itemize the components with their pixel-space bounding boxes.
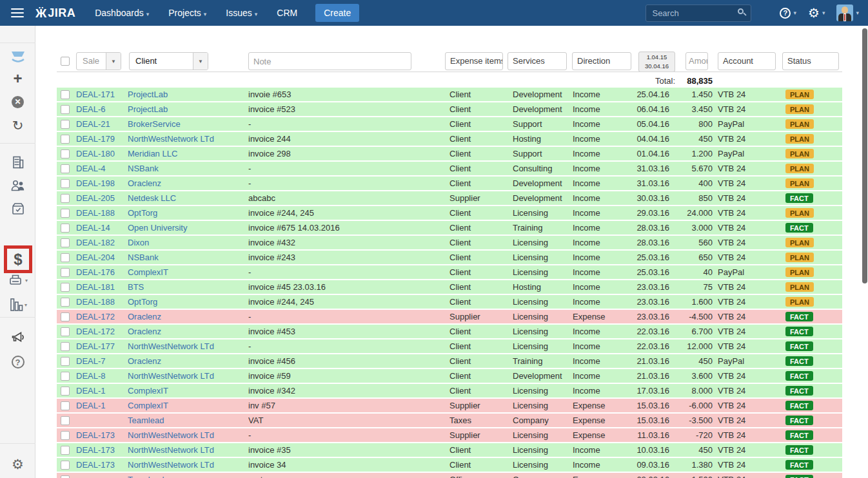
announcement-megaphone-icon[interactable] xyxy=(0,330,35,345)
deal-link[interactable]: DEAL-173 xyxy=(76,445,115,455)
company-link[interactable]: NorthWestNetwork LTd xyxy=(128,460,214,470)
status-badge[interactable]: PLAN xyxy=(785,282,814,292)
deal-link[interactable]: DEAL-14 xyxy=(76,223,110,233)
status-badge[interactable]: FACT xyxy=(785,475,813,478)
products-icon[interactable] xyxy=(0,201,35,216)
status-badge[interactable]: FACT xyxy=(785,312,813,321)
row-checkbox[interactable] xyxy=(61,120,70,129)
deal-link[interactable]: DEAL-205 xyxy=(76,193,115,203)
status-badge[interactable]: PLAN xyxy=(785,267,814,277)
settings-menu[interactable]: ⚙▾ xyxy=(808,6,825,19)
company-link[interactable]: Netdesk LLC xyxy=(128,193,176,203)
expense-items-filter[interactable]: Expense items xyxy=(445,52,503,70)
row-checkbox[interactable] xyxy=(61,387,70,396)
row-checkbox[interactable] xyxy=(61,431,70,440)
row-checkbox[interactable] xyxy=(61,238,70,247)
status-badge[interactable]: FACT xyxy=(785,327,813,336)
transactions-dollar-icon-highlighted[interactable]: $ xyxy=(4,245,32,273)
note-filter-input[interactable] xyxy=(248,52,411,70)
status-badge[interactable]: PLAN xyxy=(785,149,814,158)
deal-link[interactable]: DEAL-173 xyxy=(76,460,115,470)
services-filter[interactable]: Services xyxy=(508,52,567,70)
company-link[interactable]: Oraclenz xyxy=(128,312,161,321)
nav-projects[interactable]: Projects▾ xyxy=(168,8,206,18)
user-menu[interactable]: ▾ xyxy=(836,5,859,21)
deal-link[interactable]: DEAL-188 xyxy=(76,297,115,307)
status-badge[interactable]: FACT xyxy=(785,401,813,410)
deal-link[interactable]: DEAL-21 xyxy=(76,119,110,129)
status-badge[interactable]: PLAN xyxy=(785,90,814,99)
company-link[interactable]: NSBank xyxy=(128,164,159,173)
select-all-checkbox[interactable] xyxy=(61,57,70,66)
company-link[interactable]: Teamlead xyxy=(128,416,164,425)
status-badge[interactable]: FACT xyxy=(785,356,813,366)
reports-chart-icon[interactable]: ▾ xyxy=(0,296,35,313)
deal-link[interactable]: DEAL-181 xyxy=(76,282,115,292)
company-link[interactable]: ComplexIT xyxy=(128,386,168,396)
deal-link[interactable]: DEAL-1 xyxy=(76,386,106,396)
row-checkbox[interactable] xyxy=(61,268,70,277)
search-input[interactable] xyxy=(646,5,751,22)
row-checkbox[interactable] xyxy=(61,224,70,233)
company-link[interactable]: BTS xyxy=(128,282,144,292)
company-link[interactable]: NorthWestNetwork LTd xyxy=(128,134,214,144)
companies-icon[interactable] xyxy=(0,155,35,170)
row-checkbox[interactable] xyxy=(61,372,70,381)
deal-link[interactable]: DEAL-204 xyxy=(76,253,115,262)
deal-link[interactable]: DEAL-7 xyxy=(76,356,106,366)
status-badge[interactable]: PLAN xyxy=(785,164,814,173)
company-link[interactable]: ProjectLab xyxy=(128,90,168,99)
search-icon[interactable] xyxy=(738,8,747,17)
deal-link[interactable]: DEAL-176 xyxy=(76,267,115,277)
status-badge[interactable]: FACT xyxy=(785,460,813,470)
status-badge[interactable]: FACT xyxy=(785,341,813,351)
jira-logo[interactable]: Ӝ JIRA xyxy=(35,6,75,20)
row-checkbox[interactable] xyxy=(61,357,70,366)
row-checkbox[interactable] xyxy=(61,327,70,336)
status-badge[interactable]: FACT xyxy=(785,223,813,233)
status-badge[interactable]: FACT xyxy=(785,386,813,396)
status-badge[interactable]: FACT xyxy=(785,445,813,455)
deal-link[interactable]: DEAL-177 xyxy=(76,341,115,351)
amount-filter[interactable]: Amount xyxy=(686,52,708,70)
status-badge[interactable]: FACT xyxy=(785,416,813,425)
deal-link[interactable]: DEAL-188 xyxy=(76,208,115,218)
deal-link[interactable]: DEAL-172 xyxy=(76,327,115,336)
deal-link[interactable]: DEAL-180 xyxy=(76,149,115,158)
redo-icon[interactable]: ↺ xyxy=(0,119,35,133)
deal-link[interactable]: DEAL-179 xyxy=(76,134,115,144)
deal-link[interactable]: DEAL-4 xyxy=(76,164,106,173)
company-link[interactable]: OptTorg xyxy=(128,297,157,307)
status-badge[interactable]: PLAN xyxy=(785,253,814,262)
direction-filter[interactable]: Direction xyxy=(572,52,631,70)
company-link[interactable]: NorthWestNetwork LTd xyxy=(128,371,214,381)
deal-link[interactable]: DEAL-6 xyxy=(76,104,106,114)
status-badge[interactable]: PLAN xyxy=(785,178,814,188)
client-filter-select[interactable]: Client ▼ xyxy=(129,52,208,70)
company-link[interactable]: NorthWestNetwork LTd xyxy=(128,445,214,455)
status-badge[interactable]: FACT xyxy=(785,371,813,381)
row-checkbox[interactable] xyxy=(61,209,70,218)
company-link[interactable]: Oraclenz xyxy=(128,356,161,366)
deal-link[interactable]: DEAL-1 xyxy=(76,401,106,410)
deal-link[interactable]: DEAL-8 xyxy=(76,371,106,381)
status-badge[interactable]: PLAN xyxy=(785,238,814,247)
row-checkbox[interactable] xyxy=(61,461,70,470)
status-badge[interactable]: PLAN xyxy=(785,119,814,129)
vertical-scrollbar[interactable] xyxy=(862,28,867,283)
row-checkbox[interactable] xyxy=(61,416,70,425)
deal-link[interactable]: DEAL-173 xyxy=(76,430,115,440)
nav-issues[interactable]: Issues▾ xyxy=(226,8,257,18)
create-button[interactable]: Create xyxy=(315,4,359,22)
hamburger-menu-icon[interactable] xyxy=(11,8,24,17)
status-badge[interactable]: FACT xyxy=(785,193,813,203)
company-link[interactable]: NSBank xyxy=(128,253,159,262)
company-link[interactable]: ComplexIT xyxy=(128,401,168,410)
row-checkbox[interactable] xyxy=(61,164,70,173)
nav-dashboards[interactable]: Dashboards▾ xyxy=(95,8,149,18)
contacts-icon[interactable] xyxy=(0,178,35,193)
status-badge[interactable]: PLAN xyxy=(785,208,814,218)
deal-link[interactable]: DEAL-171 xyxy=(76,90,115,99)
deal-link[interactable]: DEAL-198 xyxy=(76,178,115,188)
row-checkbox[interactable] xyxy=(61,105,70,114)
